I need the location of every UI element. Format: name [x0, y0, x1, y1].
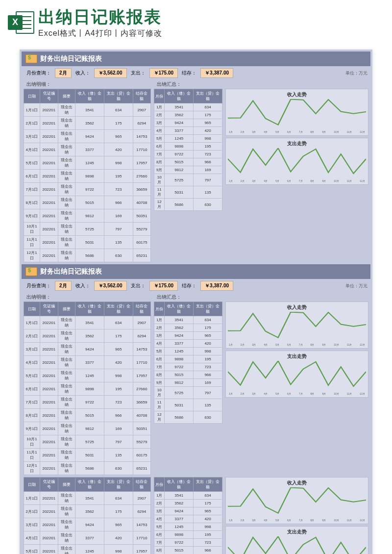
table-row: 8月1日202201现金出纳501596640708	[24, 409, 151, 422]
expense-value: ￥175.00	[149, 68, 178, 78]
col-header: 支出（贷）金额	[194, 302, 222, 316]
col-header: 日期	[24, 89, 40, 103]
table-row: 9月1日202201现金出纳981216950351	[24, 209, 151, 223]
col-header: 支出（贷）金额	[104, 89, 133, 103]
table-row: 3月1日202201现金出纳942496514753	[24, 130, 151, 143]
table-row: 10月1日202201现金出纳572579755279	[24, 223, 151, 236]
col-header: 摘要	[58, 302, 75, 316]
table-row: 2月3562175	[154, 111, 222, 119]
income-label: 收入：	[74, 281, 92, 290]
table-row: 4月3377420	[154, 127, 222, 135]
table-row: 4月1日202201现金出纳337742017710	[24, 531, 151, 545]
col-header: 收入（借）金额	[75, 89, 104, 103]
table-row: 7月9722723	[154, 539, 222, 547]
table-row: 2月3562175	[154, 500, 222, 507]
col-header: 结存金额	[133, 89, 150, 103]
chart-box: 支出走势 1月2月3月4月5月6月7月8月9月10月11月12月	[225, 526, 368, 554]
chart-box: 支出走势 1月2月3月4月5月6月7月8月9月10月11月12月	[225, 138, 368, 185]
col-header: 凭证编号	[40, 89, 58, 103]
chart-title: 支出走势	[228, 529, 366, 535]
banner-subtitle: Excel格式丨A4打印丨内容可修改	[38, 28, 384, 39]
detail-table: 日期凭证编号摘要收入（借）金额支出（贷）金额结存金额1月1日202201现金出纳…	[24, 302, 151, 475]
table-row: 1月3541634	[154, 103, 222, 111]
col-header: 收入（借）金额	[75, 302, 104, 316]
col-header: 支出（贷）金额	[194, 478, 222, 492]
table-row: 6月9898195	[154, 143, 222, 151]
unit-label: 单位：万元	[345, 283, 368, 289]
money-icon	[25, 54, 37, 63]
table-row: 9月1日202201现金出纳981216950351	[24, 422, 151, 435]
chart-xaxis: 1月2月3月4月5月6月7月8月9月10月11月12月	[228, 392, 366, 395]
col-header: 支出（贷）金额	[104, 302, 133, 316]
col-header: 凭证编号	[40, 478, 58, 492]
table-row: 5月1日202201现金出纳124599817957	[24, 156, 151, 170]
chart-xaxis: 1月2月3月4月5月6月7月8月9月10月11月12月	[228, 519, 366, 522]
chart-title: 收入走势	[228, 91, 366, 98]
col-header: 月份	[154, 89, 165, 103]
table-row: 11月1日202201现金出纳503113560175	[24, 449, 151, 462]
table-row: 10月1日202201现金出纳572579755279	[24, 435, 151, 449]
col-header: 摘要	[58, 478, 75, 492]
table-row: 3月1日202201现金出纳942496514753	[24, 343, 151, 356]
month-value[interactable]: 2月	[55, 68, 72, 78]
table-row: 11月5031135	[154, 399, 222, 411]
col-header: 结存金额	[133, 478, 150, 492]
col-header: 收入（借）金额	[165, 478, 194, 492]
table-row: 3月9424965	[154, 119, 222, 127]
balance-label: 结存：	[180, 69, 198, 77]
col-header: 日期	[24, 478, 40, 492]
col-header: 月份	[154, 478, 165, 492]
table-row: 6月9898195	[154, 531, 222, 539]
balance-value: ￥3,387.00	[200, 281, 233, 291]
expense-value: ￥175.00	[149, 281, 178, 291]
month-query-label: 月份查询：	[24, 281, 53, 290]
col-header: 月份	[154, 302, 165, 316]
detail-label: 出纳明细：	[24, 293, 151, 302]
col-header: 支出（贷）金额	[194, 89, 222, 103]
table-row: 4月1日202201现金出纳337742017710	[24, 356, 151, 369]
table-row: 1月3541634	[154, 316, 222, 324]
chart-xaxis: 1月2月3月4月5月6月7月8月9月10月11月12月	[228, 179, 366, 182]
chart-title: 支出走势	[228, 353, 366, 360]
money-icon	[25, 267, 37, 276]
table-row: 10月5725797	[154, 174, 222, 186]
table-row: 5月1245998	[154, 135, 222, 143]
summary-table: 月份收入（借）金额支出（贷）金额1月35416342月35621753月9424…	[154, 477, 222, 554]
query-row: 月份查询： 2月 收入： ￥3,562.00 支出： ￥175.00 结存： ￥…	[22, 66, 370, 80]
chart-box: 收入走势 1月2月3月4月5月6月7月8月9月10月11月12月	[225, 302, 368, 349]
table-row: 10月5725797	[154, 387, 222, 399]
table-row: 8月5015966	[154, 371, 222, 379]
chart-title: 收入走势	[228, 479, 366, 486]
chart-title: 收入走势	[228, 304, 366, 311]
chart-title: 支出走势	[228, 140, 366, 147]
balance-value: ￥3,387.00	[200, 68, 233, 78]
table-row: 6月1日202201现金出纳989819527660	[24, 170, 151, 183]
summary-label: 出纳汇总：	[154, 80, 222, 89]
chart-xaxis: 1月2月3月4月5月6月7月8月9月10月11月12月	[228, 343, 366, 346]
table-row: 3月9424965	[154, 332, 222, 340]
top-banner: X 出纳日记账报表 Excel格式丨A4打印丨内容可修改	[0, 0, 392, 45]
col-header: 支出（贷）金额	[104, 478, 133, 492]
table-row: 4月3377420	[154, 340, 222, 348]
summary-table: 月份收入（借）金额支出（贷）金额1月35416342月35621753月9424…	[154, 302, 222, 424]
table-row: 12月1日202201现金出纳568663065231	[24, 249, 151, 262]
table-row: 3月1日202201现金出纳942496514753	[24, 518, 151, 531]
detail-table: 日期凭证编号摘要收入（借）金额支出（贷）金额结存金额1月1日202201现金出纳…	[24, 89, 151, 262]
table-row: 4月3377420	[154, 515, 222, 523]
detail-label: 出纳明细：	[24, 80, 151, 89]
month-value[interactable]: 2月	[55, 281, 72, 291]
col-header: 凭证编号	[40, 302, 58, 316]
banner-title: 出纳日记账报表	[38, 6, 384, 28]
table-row: 12月5686630	[154, 411, 222, 424]
table-row: 6月9898195	[154, 355, 222, 363]
table-row: 11月5031135	[154, 186, 222, 199]
report-block: 财务出纳日记账报表 月份查询： 2月 收入： ￥3,562.00 支出： ￥17…	[22, 51, 370, 264]
expense-label: 支出：	[129, 69, 147, 77]
table-row: 6月1日202201现金出纳989819527660	[24, 382, 151, 396]
report-header: 财务出纳日记账报表	[22, 51, 370, 66]
summary-table: 月份收入（借）金额支出（贷）金额1月35416342月35621753月9424…	[154, 89, 222, 211]
income-label: 收入：	[74, 69, 92, 77]
table-row: 2月3562175	[154, 324, 222, 332]
col-header: 结存金额	[133, 302, 150, 316]
table-row: 7月1日202201现金出纳972272336659	[24, 396, 151, 409]
